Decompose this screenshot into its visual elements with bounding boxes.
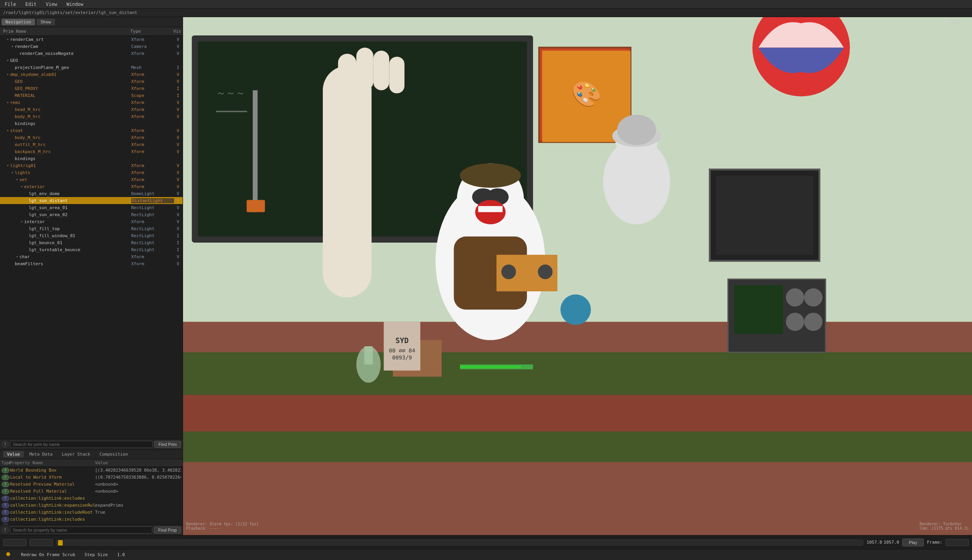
row-prim-name: GEO: [10, 58, 131, 63]
props-row[interactable]: Rcollection:lightLink:excludes: [0, 495, 183, 502]
tree-row[interactable]: ▾interiorXformV: [0, 218, 183, 225]
row-prim-name: bindings: [15, 156, 131, 161]
tree-row[interactable]: bindings: [0, 120, 183, 127]
row-vis-indicator: V: [174, 44, 182, 49]
tree-row[interactable]: lgt_fill_window_01RectLightI: [0, 232, 183, 239]
tree-row[interactable]: lgt_sun_distantDistantLightV: [0, 197, 183, 204]
props-type-icon: A: [2, 475, 9, 480]
tree-row[interactable]: ▾charXformV: [0, 253, 183, 260]
timeline-thumb[interactable]: [58, 540, 63, 546]
row-prim-name: set: [19, 177, 131, 182]
tree-row[interactable]: bindings: [0, 155, 183, 162]
menu-file[interactable]: File: [3, 1, 18, 8]
tree-row[interactable]: head_M_hrcXformV: [0, 106, 183, 113]
tree-row[interactable]: lgt_bounce_01RectLightI: [0, 239, 183, 246]
frame-start-input[interactable]: 1004.0: [3, 539, 26, 546]
row-prim-type: Camera: [131, 44, 174, 49]
find-prim-button[interactable]: Find Prim: [154, 441, 181, 448]
menu-edit[interactable]: Edit: [24, 1, 38, 8]
tree-row[interactable]: lgt_sun_area_01RectLightV: [0, 204, 183, 211]
tab-show[interactable]: Show: [37, 19, 55, 25]
tree-header: Prim Name Type Vis: [0, 27, 183, 36]
prop-search-input[interactable]: [10, 527, 152, 534]
row-prim-type: RectLight: [131, 240, 174, 245]
frame-value-input[interactable]: 1004.0: [946, 539, 969, 546]
row-arrow-icon: ▾: [15, 255, 19, 259]
props-tab-composition[interactable]: Composition: [96, 451, 132, 458]
tree-row[interactable]: ▾renderCam_srtXformV: [0, 36, 183, 43]
tree-row[interactable]: lgt_env_domeDomeLightV: [0, 190, 183, 197]
row-prim-type: DomeLight: [131, 191, 174, 196]
tree-row[interactable]: outfit_M_hrcXformV: [0, 141, 183, 148]
prop-search-help-button[interactable]: ?: [2, 527, 9, 534]
tree-row[interactable]: ▾lightrig01XformV: [0, 162, 183, 169]
row-prim-name: lgt_env_dome: [29, 191, 131, 196]
play-button[interactable]: Play: [902, 539, 924, 546]
tree-row[interactable]: ▾dmp_skydome_alab01XformV: [0, 71, 183, 78]
props-property-value: <unbound>: [95, 489, 181, 494]
tree-row[interactable]: GEO_PROXYXformI: [0, 85, 183, 92]
tree-row[interactable]: ▾remiXformV: [0, 99, 183, 106]
row-prim-name: dmp_skydome_alab01: [10, 72, 131, 77]
tree-row[interactable]: body_M_hrcXformV: [0, 113, 183, 120]
tree-row[interactable]: ▾renderCamCameraV: [0, 43, 183, 50]
timeline-bar: 1004.0 1004.0 1057.0 1057.0 Play Frame: …: [0, 535, 972, 549]
tree-row[interactable]: ▾setXformV: [0, 176, 183, 183]
tree-row[interactable]: lgt_turntable_bounceRectLightI: [0, 246, 183, 253]
frame-start2-input[interactable]: 1004.0: [30, 539, 53, 546]
tree-row[interactable]: projectionPlane_M_geoMeshI: [0, 64, 183, 71]
props-row[interactable]: ALocal to World Xform((0.787246750336388…: [0, 474, 183, 481]
props-tab-layerstack[interactable]: Layer Stack: [58, 451, 94, 458]
row-prim-name: GEO_PROXY: [15, 86, 131, 91]
props-type-icon: R: [2, 503, 9, 508]
row-prim-name: lights: [15, 170, 131, 175]
row-prim-name: body_M_hrc: [15, 114, 131, 119]
row-prim-type: RectLight: [131, 226, 174, 231]
svg-rect-16: [356, 48, 373, 90]
svg-rect-40: [384, 322, 420, 370]
tree-area[interactable]: ▾renderCam_srtXformV▾renderCamCameraVren…: [0, 36, 183, 439]
tree-row[interactable]: ▾exteriorXformV: [0, 183, 183, 190]
props-row[interactable]: AResolved Full Material<unbound>: [0, 488, 183, 495]
props-row[interactable]: Rcollection:lightLink:expansionRuleexpan…: [0, 502, 183, 509]
menu-bar: File Edit View Window: [0, 0, 972, 9]
menu-window[interactable]: Window: [65, 1, 85, 8]
svg-point-26: [617, 114, 656, 145]
props-row[interactable]: AWorld Bounding Box[(3.40282346638528 86…: [0, 467, 183, 474]
tree-row[interactable]: lgt_fill_topRectLightV: [0, 225, 183, 232]
svg-rect-4: [183, 395, 972, 431]
props-tab-value[interactable]: Value: [3, 451, 24, 458]
row-prim-type: Xform: [131, 86, 174, 91]
row-prim-type: Xform: [131, 128, 174, 133]
row-prim-name: outfit_M_hrc: [15, 142, 131, 147]
props-row[interactable]: Rcollection:lightLink:includeRootTrue: [0, 509, 183, 516]
props-row[interactable]: AResolved Preview Material<unbound>: [0, 481, 183, 488]
viewport[interactable]: ～～～ ━━━━━━ 🎨: [183, 17, 972, 535]
props-tab-metadata[interactable]: Meta Data: [25, 451, 56, 458]
row-prim-type: Xform: [131, 114, 174, 119]
row-vis-indicator: V: [174, 198, 182, 203]
props-col-name-header: Property Name: [9, 460, 95, 465]
tree-row[interactable]: ▾lightsXformV: [0, 169, 183, 176]
tree-row[interactable]: GEOXformV: [0, 78, 183, 85]
row-prim-type: Xform: [131, 107, 174, 112]
tree-row[interactable]: ▾GEO: [0, 57, 183, 64]
prim-search-input[interactable]: [10, 441, 153, 448]
tree-row[interactable]: backpack_M_hrcXformV: [0, 148, 183, 155]
tree-row[interactable]: lgt_sun_area_02RectLightV: [0, 211, 183, 218]
row-prim-name: body_M_hrc: [15, 135, 131, 140]
props-row[interactable]: Rcollection:lightLink:includes: [0, 516, 183, 523]
row-prim-type: Xform: [131, 149, 174, 154]
tree-row[interactable]: ▾stoatXformV: [0, 127, 183, 134]
prim-search-help-button[interactable]: ?: [2, 441, 9, 448]
frame-end-value2: 1057.0: [884, 540, 899, 545]
tree-row[interactable]: MATERIALScopeI: [0, 92, 183, 99]
tree-row[interactable]: renderCam_noiseNegateXformV: [0, 50, 183, 57]
tree-row[interactable]: beamFiltersXformV: [0, 260, 183, 267]
find-prop-button[interactable]: Find Prop: [154, 527, 181, 534]
tree-row[interactable]: body_M_hrcXformV: [0, 134, 183, 141]
menu-view[interactable]: View: [44, 1, 59, 8]
row-vis-indicator: V: [174, 226, 182, 231]
timeline-slider[interactable]: [56, 539, 863, 546]
tab-navigation[interactable]: Navigation: [2, 19, 35, 25]
